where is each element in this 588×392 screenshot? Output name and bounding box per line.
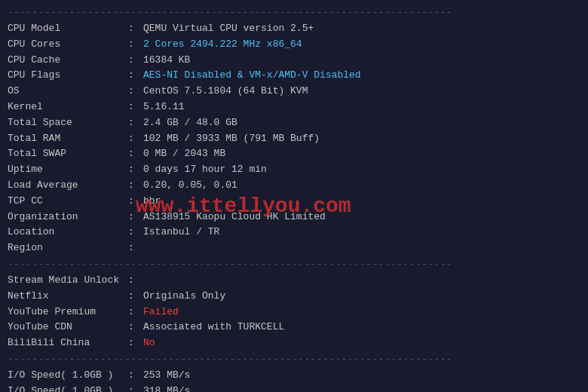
colon-organization: : [128,210,143,225]
row-bilibili: BiliBili China : No [8,335,580,351]
colon-uptime: : [128,162,143,178]
label-kernel: Kernel [8,100,128,115]
label-bilibili: BiliBili China [8,335,128,351]
colon-cpu-cores: : [128,37,143,53]
value-tcp-cc: bbr [143,194,580,210]
value-cpu-flags: AES-NI Disabled & VM-x/AMD-V Disabled [143,68,580,84]
label-organization: Organization [8,210,128,225]
label-youtube-premium: YouTube Premium [8,305,128,320]
row-io-2: I/O Speed( 1.0GB ) : 318 MB/s [8,384,580,392]
value-io-1: 253 MB/s [143,368,580,384]
row-tcp-cc: TCP CC : bbr [8,194,580,210]
value-youtube-cdn: Associated with TURKCELL [143,320,580,335]
label-cpu-cores: CPU Cores [8,37,128,53]
colon-bilibili: : [128,335,143,351]
row-cpu-flags: CPU Flags : AES-NI Disabled & VM-x/AMD-V… [8,68,580,84]
label-netflix: Netflix [8,289,128,305]
value-uptime: 0 days 17 hour 12 min [143,162,580,178]
divider-top: ----------------------------------------… [8,8,580,18]
colon-youtube-cdn: : [128,320,143,335]
row-load-average: Load Average : 0.20, 0.05, 0.01 [8,178,580,194]
value-stream-media [143,273,580,289]
label-total-space: Total Space [8,115,128,131]
colon-stream-media: : [128,273,143,289]
row-io-1: I/O Speed( 1.0GB ) : 253 MB/s [8,368,580,384]
colon-youtube-premium: : [128,305,143,320]
row-total-space: Total Space : 2.4 GB / 48.0 GB [8,115,580,131]
row-uptime: Uptime : 0 days 17 hour 12 min [8,162,580,178]
value-youtube-premium: Failed [143,305,580,320]
row-location: Location : Istanbul / TR [8,225,580,240]
value-total-ram: 102 MB / 3933 MB (791 MB Buff) [143,131,580,147]
row-cpu-cache: CPU Cache : 16384 KB [8,53,580,69]
row-organization: Organization : AS138915 Kaopu Cloud HK L… [8,210,580,225]
colon-total-space: : [128,115,143,131]
label-total-ram: Total RAM [8,131,128,147]
label-cpu-model: CPU Model [8,21,128,37]
colon-io-2: : [128,384,143,392]
label-total-swap: Total SWAP [8,146,128,162]
value-organization: AS138915 Kaopu Cloud HK Limited [143,210,580,225]
value-cpu-cache: 16384 KB [143,53,580,69]
label-tcp-cc: TCP CC [8,194,128,210]
colon-tcp-cc: : [128,194,143,210]
label-cpu-cache: CPU Cache [8,53,128,69]
colon-cpu-model: : [128,21,143,37]
row-cpu-model: CPU Model : QEMU Virtual CPU version 2.5… [8,21,580,37]
value-cpu-cores: 2 Cores 2494.222 MHz x86_64 [143,37,580,53]
row-youtube-cdn: YouTube CDN : Associated with TURKCELL [8,320,580,335]
colon-cpu-flags: : [128,68,143,84]
row-cpu-cores: CPU Cores : 2 Cores 2494.222 MHz x86_64 [8,37,580,53]
row-region: Region : [8,240,580,256]
row-netflix: Netflix : Originals Only [8,289,580,305]
row-os: OS : CentOS 7.5.1804 (64 Bit) KVM [8,84,580,100]
row-total-ram: Total RAM : 102 MB / 3933 MB (791 MB Buf… [8,131,580,147]
row-kernel: Kernel : 5.16.11 [8,100,580,115]
value-total-swap: 0 MB / 2043 MB [143,146,580,162]
value-kernel: 5.16.11 [143,100,580,115]
divider-media: ----------------------------------------… [8,259,580,270]
value-os: CentOS 7.5.1804 (64 Bit) KVM [143,84,580,100]
colon-total-swap: : [128,146,143,162]
colon-kernel: : [128,100,143,115]
label-io-1: I/O Speed( 1.0GB ) [8,368,128,384]
colon-load-average: : [128,178,143,194]
label-region: Region [8,240,128,256]
value-cpu-model: QEMU Virtual CPU version 2.5+ [143,21,580,37]
colon-os: : [128,84,143,100]
value-netflix: Originals Only [143,289,580,305]
label-uptime: Uptime [8,162,128,178]
row-youtube-premium: YouTube Premium : Failed [8,305,580,320]
colon-cpu-cache: : [128,53,143,69]
divider-io: ----------------------------------------… [8,354,580,365]
label-load-average: Load Average [8,178,128,194]
value-bilibili: No [143,335,580,351]
label-cpu-flags: CPU Flags [8,68,128,84]
label-youtube-cdn: YouTube CDN [8,320,128,335]
label-stream-media: Stream Media Unlock [8,273,128,289]
value-io-2: 318 MB/s [143,384,580,392]
row-stream-media-title: Stream Media Unlock : [8,273,580,289]
colon-region: : [128,240,143,256]
colon-location: : [128,225,143,240]
value-location: Istanbul / TR [143,225,580,240]
colon-io-1: : [128,368,143,384]
colon-netflix: : [128,289,143,305]
label-os: OS [8,84,128,100]
value-load-average: 0.20, 0.05, 0.01 [143,178,580,194]
colon-total-ram: : [128,131,143,147]
value-region [143,240,580,256]
value-total-space: 2.4 GB / 48.0 GB [143,115,580,131]
label-io-2: I/O Speed( 1.0GB ) [8,384,128,392]
label-location: Location [8,225,128,240]
row-total-swap: Total SWAP : 0 MB / 2043 MB [8,146,580,162]
